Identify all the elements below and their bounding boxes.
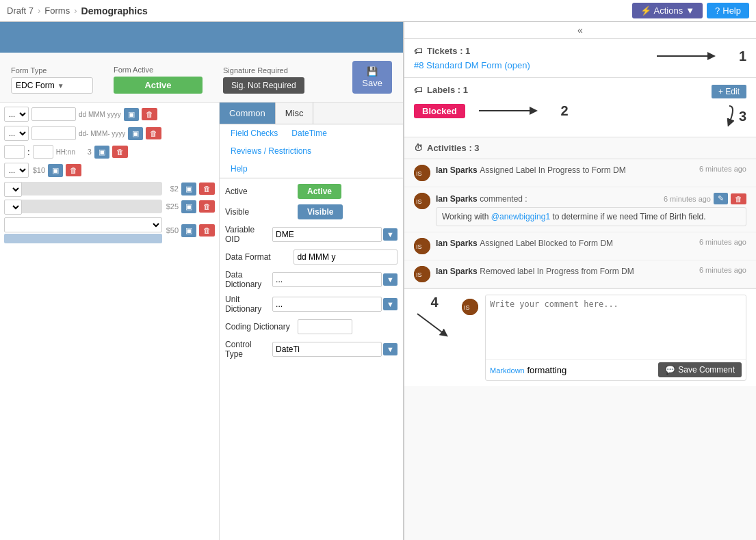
form-type-value: EDC Form <box>16 81 55 90</box>
field-select-1[interactable]: ... <box>4 107 29 122</box>
field-number-5: $2 <box>165 185 179 193</box>
chevron-down-icon: ▼ <box>57 82 64 90</box>
copy-icon-6[interactable]: ▣ <box>181 200 196 213</box>
data-dictionary-input[interactable] <box>272 272 382 287</box>
breadcrumb-draft[interactable]: Draft 7 <box>7 5 34 16</box>
unit-dictionary-input[interactable] <box>272 297 382 312</box>
form-active-button[interactable]: Active <box>114 77 203 94</box>
activity-user-2: Ian Sparks <box>436 194 478 204</box>
formatting-text: formatting <box>527 365 566 375</box>
field-time-m[interactable] <box>33 145 53 159</box>
variable-oid-input[interactable] <box>272 227 382 242</box>
properties-panel: Common Misc Field Checks DateTime Review… <box>219 103 403 540</box>
help-button[interactable]: ? Help <box>707 3 749 18</box>
delete-icon-2[interactable]: 🗑 <box>146 127 161 139</box>
coding-dictionary-input[interactable] <box>298 319 352 334</box>
save-icon: 💾 <box>367 66 378 77</box>
field-input-2[interactable] <box>31 126 76 140</box>
avatar: IS <box>414 238 430 254</box>
activity-time-1: 6 minutes ago <box>699 165 746 173</box>
activity-text-2: commented : <box>480 194 527 204</box>
prop-coding-dictionary: Coding Dictionary <box>225 319 397 334</box>
prop-variable-oid: Variable OID ▼ <box>225 225 397 244</box>
breadcrumb-forms[interactable]: Forms <box>44 5 70 16</box>
data-dictionary-dropdown[interactable]: ▼ <box>383 273 397 286</box>
sub-tab-datetime[interactable]: DateTime <box>286 126 333 141</box>
field-select-4[interactable]: ... <box>4 163 29 178</box>
control-type-input[interactable] <box>272 342 382 357</box>
field-input-1[interactable] <box>31 107 76 121</box>
delete-icon-4[interactable]: 🗑 <box>66 164 81 176</box>
control-type-dropdown[interactable]: ▼ <box>383 343 397 355</box>
copy-icon-5[interactable]: ▣ <box>181 183 196 195</box>
svg-text:IS: IS <box>464 304 470 311</box>
main-layout: Form Type EDC Form ▼ Form Active Active … <box>0 22 756 540</box>
variable-oid-dropdown[interactable]: ▼ <box>383 228 397 241</box>
sub-tab-field-checks[interactable]: Field Checks <box>225 126 283 141</box>
blocked-badge[interactable]: Blocked <box>414 104 465 118</box>
slider-6[interactable] <box>4 200 162 213</box>
sig-required-label: Signature Required <box>223 66 304 75</box>
markdown-link[interactable]: Markdown <box>490 366 525 375</box>
save-comment-button[interactable]: 💬 Save Comment <box>658 362 742 377</box>
field-time-h[interactable] <box>4 145 25 159</box>
sub-tab-reviews-restrictions[interactable]: Reviews / Restrictions <box>225 144 317 159</box>
actions-button[interactable]: ⚡ Actions ▼ <box>632 3 703 18</box>
copy-icon-4[interactable]: ▣ <box>48 164 63 177</box>
tab-common[interactable]: Common <box>220 103 276 124</box>
tickets-section: 🏷 Tickets : 1 #8 Standard DM Form (open)… <box>404 39 756 78</box>
svg-text:IS: IS <box>416 243 422 250</box>
copy-icon-2[interactable]: ▣ <box>128 127 143 140</box>
arrow-4 <box>414 310 455 338</box>
avatar-icon: IS <box>414 165 430 181</box>
data-format-input[interactable] <box>294 249 397 265</box>
comment-box: Working with @anewbigging1 to determine … <box>436 207 746 226</box>
field-select-5[interactable] <box>4 182 22 197</box>
copy-icon-3[interactable]: ▣ <box>94 146 109 159</box>
edit-label-button[interactable]: + Edit <box>712 85 746 98</box>
activity-user-4: Ian Sparks <box>436 267 478 276</box>
slider-5[interactable] <box>4 182 162 195</box>
fields-area: ... dd MMM yyyy ▣ 🗑 ... dd- MMM- yyyy ▣ … <box>0 103 403 540</box>
copy-icon[interactable]: ▣ <box>124 108 139 121</box>
sig-not-required-button[interactable]: Sig. Not Required <box>223 77 304 94</box>
prop-coding-dictionary-label: Coding Dictionary <box>225 322 294 332</box>
active-toggle-button[interactable]: Active <box>298 184 341 199</box>
field-select-2[interactable]: ... <box>4 126 29 141</box>
unit-dictionary-dropdown[interactable]: ▼ <box>383 298 397 310</box>
form-active-group: Form Active Active <box>114 66 203 94</box>
edit-comment-button[interactable]: ✎ <box>714 193 728 204</box>
field-select-7[interactable] <box>4 217 162 232</box>
props-content: Active Active Visible Visible Variable O… <box>220 178 403 540</box>
sub-tab-help[interactable]: Help <box>225 161 253 176</box>
tickets-header: 🏷 Tickets : 1 <box>414 46 530 56</box>
prop-variable-oid-label: Variable OID <box>225 225 268 244</box>
top-bar-actions: ⚡ Actions ▼ ? Help <box>632 3 750 18</box>
slider-7[interactable] <box>4 217 162 243</box>
copy-icon-7[interactable]: ▣ <box>181 224 196 237</box>
svg-text:IS: IS <box>416 170 422 177</box>
visible-toggle-button[interactable]: Visible <box>298 204 343 219</box>
comment-textarea[interactable] <box>486 295 746 357</box>
delete-comment-button[interactable]: 🗑 <box>731 193 746 204</box>
comment-input-box: Markdown formatting 💬 Save Comment <box>485 295 746 381</box>
field-hint-1: dd MMM yyyy <box>79 111 121 118</box>
activity-time-2: 6 minutes ago <box>664 195 711 203</box>
tab-misc[interactable]: Misc <box>276 103 314 124</box>
comment-footer: Markdown formatting 💬 Save Comment <box>486 359 746 380</box>
sub-tabs: Field Checks DateTime Reviews / Restrict… <box>220 124 403 178</box>
field-select-6[interactable] <box>4 200 22 215</box>
save-button[interactable]: 💾 Save <box>352 61 392 94</box>
delete-icon[interactable]: 🗑 <box>142 108 157 120</box>
prop-data-dictionary: Data Dictionary ▼ <box>225 270 397 289</box>
prop-data-format-label: Data Format <box>225 252 289 262</box>
form-type-select[interactable]: EDC Form ▼ <box>11 77 93 94</box>
svg-text:IS: IS <box>416 271 422 278</box>
delete-icon-6[interactable]: 🗑 <box>199 200 215 213</box>
ticket-link[interactable]: #8 Standard DM Form (open) <box>414 60 530 70</box>
delete-icon-7[interactable]: 🗑 <box>199 224 215 237</box>
delete-icon-5[interactable]: 🗑 <box>199 183 215 195</box>
delete-icon-3[interactable]: 🗑 <box>112 146 128 158</box>
collapse-button[interactable]: « <box>404 22 756 39</box>
activity-item: IS Ian Sparks Assigned Label In Progress… <box>404 159 756 187</box>
